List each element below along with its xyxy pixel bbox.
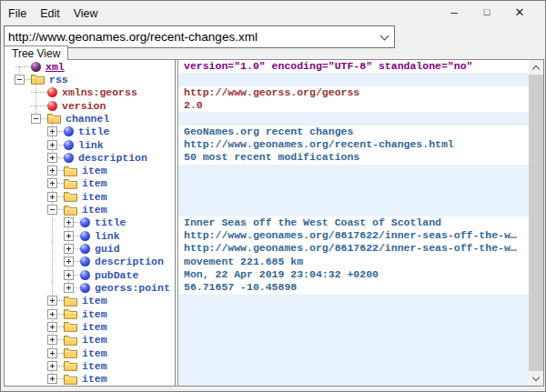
- tree-node-label: item: [82, 321, 107, 333]
- tree-indent: [5, 196, 47, 197]
- tree-indent: [5, 353, 47, 354]
- expand-toggle[interactable]: [47, 140, 57, 150]
- tree-row[interactable]: item: [5, 165, 175, 177]
- tree-node-label: item: [82, 204, 107, 216]
- value-row: 50 most recent modifications: [178, 151, 529, 164]
- folder-icon: [64, 205, 77, 216]
- tree-row[interactable]: version: [5, 99, 175, 112]
- expand-toggle[interactable]: [47, 374, 57, 384]
- expand-toggle[interactable]: [47, 309, 57, 319]
- value-row: 56.71657 -10.45898: [178, 281, 529, 294]
- expand-toggle[interactable]: [64, 270, 74, 280]
- tree-indent: [5, 339, 47, 340]
- expand-toggle[interactable]: [64, 244, 74, 254]
- scroll-up-button[interactable]: [529, 60, 543, 75]
- element-icon: [80, 270, 90, 280]
- tree-row[interactable]: guid: [5, 242, 175, 255]
- tree-indent: [5, 378, 47, 379]
- tree-connector: [57, 378, 64, 379]
- tree-row[interactable]: pubDate: [5, 268, 175, 281]
- tree-row[interactable]: description: [5, 151, 175, 164]
- expand-toggle[interactable]: [47, 335, 57, 345]
- expand-toggle[interactable]: [47, 166, 57, 176]
- dropdown-arrow-icon[interactable]: [374, 26, 394, 47]
- tree-node-label: item: [82, 360, 107, 372]
- tree-row[interactable]: rss: [5, 73, 175, 85]
- tree-connector: [57, 209, 64, 210]
- expand-toggle[interactable]: [31, 114, 41, 124]
- tree-row[interactable]: georss:point: [5, 281, 175, 294]
- tree-connector: [57, 366, 64, 367]
- value-row: http://www.geonames.org/recent-changes.h…: [178, 138, 529, 151]
- tree-row[interactable]: item: [5, 347, 175, 359]
- tree-node-label: guid: [95, 243, 120, 255]
- maximize-button[interactable]: □: [474, 3, 500, 21]
- scroll-down-button[interactable]: [529, 371, 543, 386]
- tree-row[interactable]: title: [5, 216, 175, 229]
- tree-row[interactable]: link: [5, 138, 175, 151]
- url-input[interactable]: [5, 30, 374, 44]
- tree-connector: [41, 92, 47, 93]
- minimize-button[interactable]: –: [441, 3, 467, 21]
- expand-toggle[interactable]: [64, 256, 74, 266]
- value-row: [178, 320, 529, 333]
- tree-node-label: xmlns:georss: [62, 86, 137, 98]
- tree-row[interactable]: xml: [5, 60, 175, 73]
- tree-node-label: item: [82, 308, 107, 320]
- value-row: http://www.geonames.org/8617622/inner-se…: [178, 242, 529, 255]
- expand-toggle[interactable]: [47, 348, 57, 358]
- element-icon: [80, 283, 90, 293]
- tree-row[interactable]: xmlns:georss: [5, 86, 175, 99]
- tree-connector: [57, 353, 64, 354]
- value-row: [178, 373, 529, 386]
- menu-file[interactable]: File: [2, 5, 33, 23]
- tree-row[interactable]: item: [5, 190, 175, 203]
- expand-toggle[interactable]: [47, 192, 57, 202]
- tree-connector: [57, 339, 64, 340]
- tree-connector: [57, 157, 64, 158]
- tree-row[interactable]: item: [5, 373, 175, 386]
- vertical-scrollbar[interactable]: [529, 60, 543, 386]
- tree-row[interactable]: item: [5, 320, 175, 333]
- close-button[interactable]: ✕: [507, 3, 532, 21]
- value-row: GeoNames.org recent changes: [178, 126, 529, 138]
- element-icon: [80, 244, 90, 254]
- expand-toggle[interactable]: [64, 217, 74, 227]
- value-row: 2.0: [178, 99, 529, 112]
- expand-toggle[interactable]: [47, 153, 57, 163]
- tree-row[interactable]: title: [5, 126, 175, 138]
- tree-row[interactable]: description: [5, 256, 175, 268]
- tree-row[interactable]: channel: [5, 112, 175, 125]
- attribute-icon: [47, 87, 57, 97]
- tab-tree-view[interactable]: Tree View: [4, 45, 68, 60]
- scrollbar-thumb[interactable]: [529, 75, 543, 371]
- expand-toggle[interactable]: [64, 231, 74, 241]
- element-icon: [64, 126, 74, 136]
- value-row: [178, 307, 529, 320]
- expand-toggle[interactable]: [15, 75, 25, 85]
- tree-row[interactable]: item: [5, 334, 175, 347]
- tree-node-label: item: [82, 191, 107, 203]
- tree-indent: [5, 157, 47, 158]
- expand-toggle[interactable]: [47, 205, 57, 215]
- tree-row[interactable]: item: [5, 359, 175, 372]
- tree-row[interactable]: item: [5, 295, 175, 307]
- tree-node-label: item: [82, 165, 107, 176]
- tree-connector: [74, 222, 80, 223]
- expand-toggle[interactable]: [47, 322, 57, 332]
- menu-view[interactable]: View: [67, 5, 105, 23]
- tree-row[interactable]: item: [5, 203, 175, 216]
- expand-toggle[interactable]: [47, 296, 57, 306]
- element-icon: [80, 231, 90, 241]
- expand-toggle[interactable]: [47, 361, 57, 371]
- expand-toggle[interactable]: [47, 178, 57, 188]
- tree-connector: [57, 196, 64, 197]
- tree-row[interactable]: item: [5, 307, 175, 320]
- tree-row[interactable]: item: [5, 177, 175, 190]
- expand-toggle[interactable]: [47, 126, 57, 136]
- menu-edit[interactable]: Edit: [34, 5, 66, 23]
- expand-toggle[interactable]: [64, 283, 74, 293]
- tree-row[interactable]: link: [5, 229, 175, 242]
- tree-indent: [5, 170, 47, 171]
- tree-node-label: link: [78, 139, 104, 151]
